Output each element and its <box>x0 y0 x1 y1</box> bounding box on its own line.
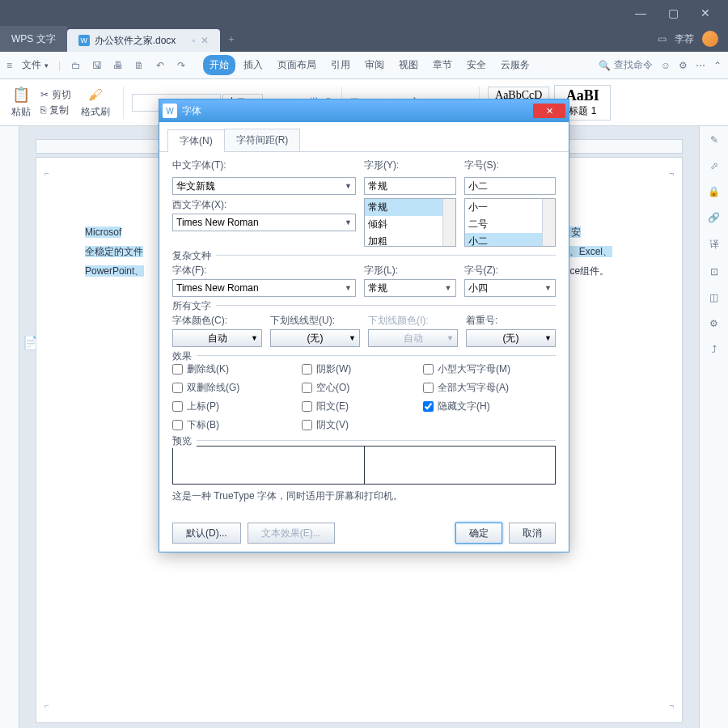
scrollbar[interactable] <box>542 199 555 246</box>
link-icon[interactable]: 🔗 <box>708 212 720 223</box>
print-preview-icon[interactable]: 🗎 <box>132 60 146 71</box>
lock-icon[interactable]: 🔒 <box>708 186 720 197</box>
tab-start[interactable]: 开始 <box>203 55 235 75</box>
redo-icon[interactable]: ↷ <box>174 60 188 71</box>
document-tab-label: 办公软件之家.docx <box>95 34 176 48</box>
gallery-icon[interactable]: ◫ <box>709 292 718 303</box>
tab-references[interactable]: 引用 <box>324 55 357 75</box>
checkbox-strike[interactable]: 删除线(K) <box>172 362 302 376</box>
tab-cloud[interactable]: 云服务 <box>494 55 536 75</box>
gear-icon[interactable]: ⚙ <box>709 318 718 329</box>
vertical-ruler[interactable] <box>0 126 19 728</box>
chevron-down-icon: ▼ <box>349 334 356 342</box>
underline-label: 下划线线型(U): <box>270 314 360 328</box>
chevron-down-icon: ▼ <box>345 218 352 226</box>
share-icon[interactable]: ⤴ <box>712 344 717 355</box>
emphasis-combo[interactable]: (无)▼ <box>466 329 556 347</box>
search-command[interactable]: 🔍查找命令 <box>599 58 653 72</box>
dialog-tab-spacing[interactable]: 字符间距(R) <box>224 129 301 151</box>
preview-box <box>172 446 556 485</box>
tab-view[interactable]: 视图 <box>392 55 425 75</box>
settings-icon[interactable]: ⚙ <box>679 60 688 71</box>
cut-button[interactable]: ✂剪切 <box>40 88 71 102</box>
select-icon[interactable]: ⬀ <box>710 160 718 171</box>
underline-combo[interactable]: (无)▼ <box>270 329 360 347</box>
effects-legend: 效果 <box>172 349 197 363</box>
open-icon[interactable]: 🗀 <box>69 60 83 71</box>
checkbox-hidden[interactable]: 隐藏文字(H) <box>423 400 561 413</box>
collapse-ribbon-icon[interactable]: ⌃ <box>713 60 722 71</box>
en-font-combo[interactable]: Times New Roman▼ <box>172 214 356 231</box>
ok-button[interactable]: 确定 <box>455 523 502 544</box>
tab-monitor-icon[interactable]: ▫ <box>192 35 195 46</box>
more-icon[interactable]: ⋯ <box>696 60 705 71</box>
translate-icon[interactable]: 译 <box>709 238 719 252</box>
checkbox-dstrike[interactable]: 双删除线(G) <box>172 381 302 395</box>
tab-review[interactable]: 审阅 <box>358 55 391 75</box>
cstyle-label: 字形(L): <box>364 264 456 277</box>
cancel-button[interactable]: 取消 <box>509 523 556 544</box>
edit-icon[interactable]: ✎ <box>710 134 718 146</box>
paste-button[interactable]: 📋粘贴 <box>6 84 36 121</box>
user-avatar[interactable] <box>702 31 718 47</box>
style-label: 字形(Y): <box>364 159 456 172</box>
close-button[interactable]: ✕ <box>689 6 722 19</box>
tab-close-icon[interactable]: ✕ <box>201 35 209 46</box>
print-icon[interactable]: 🖶 <box>111 60 125 71</box>
size-label: 字号(S): <box>464 159 557 172</box>
menubar: ≡ 文件▾ | 🗀 🖫 🖶 🗎 ↶ ↷ 开始 插入 页面布局 引用 审阅 视图 … <box>0 52 728 79</box>
checkbox-allcaps[interactable]: 全部大写字母(A) <box>423 381 561 395</box>
dialog-titlebar[interactable]: W 字体 ✕ <box>159 99 569 122</box>
brush-icon: 🖌 <box>88 87 103 104</box>
cstyle-combo[interactable]: 常规▼ <box>364 279 456 297</box>
tab-insert[interactable]: 插入 <box>237 55 269 75</box>
smiley-icon[interactable]: ☺ <box>661 60 671 71</box>
underline-color-label: 下划线颜色(I): <box>368 314 458 328</box>
default-button[interactable]: 默认(D)... <box>172 523 241 544</box>
scrollbar[interactable] <box>442 199 455 246</box>
side-panel: ✎ ⬀ 🔒 🔗 译 ⊡ ◫ ⚙ ⤴ <box>699 126 728 728</box>
checkbox-emboss[interactable]: 阳文(E) <box>302 400 423 413</box>
file-menu[interactable]: 文件▾ <box>17 58 53 72</box>
checkbox-shadow[interactable]: 阴影(W) <box>302 362 423 376</box>
chevron-down-icon: ▼ <box>544 334 552 342</box>
csize-combo[interactable]: 小四▼ <box>464 279 557 297</box>
size-input[interactable]: 小二 <box>464 177 557 195</box>
font-color-combo[interactable]: 自动▼ <box>172 329 262 347</box>
checkbox-smallcaps[interactable]: 小型大写字母(M) <box>423 362 561 376</box>
new-tab-button[interactable]: ＋ <box>220 26 243 52</box>
size-listbox[interactable]: 小一 二号 小二 <box>464 198 557 247</box>
chevron-down-icon: ▼ <box>251 334 258 342</box>
vertical-text-icon[interactable]: ⊡ <box>710 266 718 277</box>
dialog-close-button[interactable]: ✕ <box>533 104 565 118</box>
doc-text: Microsof <box>85 226 121 238</box>
style-input[interactable]: 常规 <box>364 177 456 195</box>
style-listbox[interactable]: 常规 倾斜 加粗 <box>364 198 456 247</box>
undo-icon[interactable]: ↶ <box>153 60 167 71</box>
minimize-button[interactable]: — <box>624 6 657 19</box>
tab-security[interactable]: 安全 <box>460 55 493 75</box>
chevron-down-icon: ▼ <box>345 284 352 292</box>
checkbox-engrave[interactable]: 阴文(V) <box>302 418 423 432</box>
checkbox-subscript[interactable]: 下标(B) <box>172 418 302 432</box>
tab-section[interactable]: 章节 <box>426 55 459 75</box>
font-dialog: W 字体 ✕ 字体(N) 字符间距(R) 中文字体(T): 字形(Y): 字号(… <box>159 99 569 552</box>
cfont-combo[interactable]: Times New Roman▼ <box>172 279 356 297</box>
app-tab[interactable]: WPS 文字 <box>0 26 67 52</box>
complex-legend: 复杂文种 <box>172 249 216 263</box>
copy-button[interactable]: ⎘复制 <box>40 104 71 117</box>
document-tab[interactable]: W 办公软件之家.docx ▫ ✕ <box>67 29 220 52</box>
tablet-mode-icon[interactable]: ▭ <box>658 33 667 44</box>
checkbox-superscript[interactable]: 上标(P) <box>172 400 302 413</box>
hamburger-icon[interactable]: ≡ <box>6 60 12 71</box>
document-tabbar: WPS 文字 W 办公软件之家.docx ▫ ✕ ＋ ▭ 李荐 <box>0 26 728 52</box>
underline-color-combo: 自动▼ <box>368 329 458 347</box>
tab-layout[interactable]: 页面布局 <box>271 55 323 75</box>
maximize-button[interactable]: ▢ <box>657 6 689 19</box>
cn-font-combo[interactable]: 华文新魏▼ <box>172 177 356 195</box>
checkbox-hollow[interactable]: 空心(O) <box>302 381 423 395</box>
dialog-tab-font[interactable]: 字体(N) <box>167 129 225 152</box>
save-icon[interactable]: 🖫 <box>90 60 104 71</box>
cfont-label: 字体(F): <box>172 264 356 277</box>
format-painter-button[interactable]: 🖌格式刷 <box>76 85 115 121</box>
